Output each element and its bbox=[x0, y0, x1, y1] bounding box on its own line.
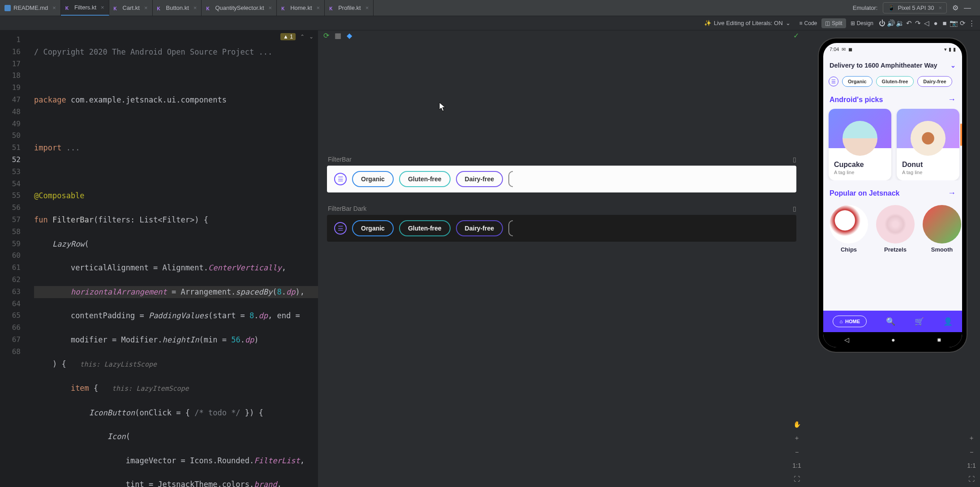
phone-screen[interactable]: 7:04 ✉ ◼ ▾ ▮ ▮ Delivery to 1600 Amphithe… bbox=[823, 43, 962, 347]
chip-organic[interactable]: Organic bbox=[352, 220, 394, 236]
chip-dairy-free[interactable]: Dairy-free bbox=[456, 220, 503, 236]
snack-image bbox=[876, 205, 915, 244]
delivery-address[interactable]: Delivery to 1600 Amphitheater Way ⌄ bbox=[823, 56, 962, 75]
picks-cards-row[interactable]: Cupcake A tag line Donut A tag line bbox=[823, 109, 962, 180]
popular-item-chips[interactable]: Chips bbox=[830, 205, 868, 253]
popular-item-pretzels[interactable]: Pretzels bbox=[876, 205, 915, 253]
signal-icon: ▮ bbox=[949, 47, 951, 52]
phone-filter-bar[interactable]: ☰ Organic Gluten-free Dairy-free bbox=[823, 75, 962, 91]
record-icon[interactable]: ⟳ bbox=[959, 19, 967, 27]
close-icon[interactable]: × bbox=[52, 4, 56, 11]
pan-icon[interactable]: ✋ bbox=[792, 421, 802, 428]
close-icon[interactable]: × bbox=[101, 4, 104, 11]
filter-list-icon[interactable]: ☰ bbox=[829, 77, 838, 86]
mode-code[interactable]: ≡Code bbox=[796, 18, 821, 28]
more-icon[interactable]: ⋮ bbox=[967, 19, 976, 27]
status-ok-icon: ✓ bbox=[793, 31, 799, 40]
zoom-fit-icon[interactable]: ⛶ bbox=[792, 475, 802, 483]
message-icon: ✉ bbox=[842, 47, 846, 52]
power-icon[interactable]: ⏻ bbox=[878, 19, 886, 27]
tab-filters[interactable]: Filters.kt × bbox=[61, 0, 109, 16]
snack-card-donut[interactable]: Donut A tag line bbox=[897, 109, 959, 180]
back-icon[interactable]: ◁ bbox=[923, 19, 931, 27]
zoom-out-icon[interactable]: − bbox=[967, 449, 976, 456]
zoom-ratio[interactable]: 1:1 bbox=[967, 462, 976, 469]
compose-layers-icon[interactable]: ◆ bbox=[347, 31, 352, 40]
close-icon[interactable]: × bbox=[317, 4, 320, 11]
tab-quantity-selector[interactable]: QuantitySelector.kt × bbox=[202, 0, 277, 16]
chip-gluten-free[interactable]: Gluten-free bbox=[876, 76, 914, 87]
filter-bar-preview-dark[interactable]: ☰ Organic Gluten-free Dairy-free bbox=[327, 215, 796, 242]
screenshot-icon[interactable]: 📷 bbox=[950, 19, 958, 27]
sys-home-icon[interactable]: ● bbox=[891, 336, 895, 343]
close-icon[interactable]: × bbox=[193, 4, 197, 11]
battery-icon: ▮ bbox=[953, 47, 956, 52]
close-icon[interactable]: × bbox=[144, 4, 148, 11]
close-icon[interactable]: × bbox=[365, 4, 369, 11]
sys-back-icon[interactable]: ◁ bbox=[844, 336, 849, 343]
mode-split[interactable]: ◫Split bbox=[821, 18, 846, 28]
bottom-nav: ⌂ HOME 🔍 🛒 👤 bbox=[823, 311, 962, 332]
chip-dairy-free[interactable]: Dairy-free bbox=[456, 171, 503, 187]
snack-card-cupcake[interactable]: Cupcake A tag line bbox=[829, 109, 891, 180]
chip-dairy-free[interactable]: Dairy-free bbox=[917, 76, 952, 87]
close-icon[interactable]: × bbox=[938, 4, 942, 11]
chevron-down-icon[interactable]: ⌄ bbox=[950, 62, 956, 69]
warning-badge[interactable]: ▲ 1 bbox=[280, 33, 296, 40]
sys-overview-icon[interactable]: ■ bbox=[937, 336, 941, 343]
close-icon[interactable]: × bbox=[269, 4, 272, 11]
device-name: Pixel 5 API 30 bbox=[898, 4, 934, 11]
tab-profile[interactable]: Profile.kt × bbox=[325, 0, 374, 16]
gear-icon[interactable]: ⚙ bbox=[952, 4, 959, 12]
preview-label-dark: FilterBar Dark ▯ bbox=[328, 205, 796, 212]
rotate-right-icon[interactable]: ↷ bbox=[914, 19, 922, 27]
mode-design[interactable]: ⊞Design bbox=[847, 18, 877, 28]
home-icon[interactable]: ● bbox=[932, 19, 940, 27]
chip-gluten-free[interactable]: Gluten-free bbox=[399, 171, 451, 187]
nav-home[interactable]: ⌂ HOME bbox=[833, 316, 867, 327]
chevron-up-icon[interactable]: ⌃ bbox=[300, 34, 305, 40]
filter-bar-preview-light[interactable]: ☰ Organic Gluten-free Dairy-free bbox=[327, 166, 796, 192]
rotate-left-icon[interactable]: ↶ bbox=[905, 19, 913, 27]
refresh-icon[interactable]: ⟳ bbox=[323, 31, 329, 40]
filter-list-icon[interactable]: ☰ bbox=[334, 222, 347, 235]
volume-down-icon[interactable]: 🔉 bbox=[896, 19, 904, 27]
scroll-indicator bbox=[960, 124, 962, 146]
snack-image bbox=[830, 205, 868, 244]
arrow-right-icon[interactable]: → bbox=[948, 95, 956, 104]
kotlin-file-icon bbox=[65, 4, 72, 11]
popular-item-smoothie[interactable]: Smooth bbox=[923, 205, 961, 253]
device-frame-icon[interactable]: ▯ bbox=[793, 205, 796, 212]
tab-label: Home.kt bbox=[290, 4, 312, 11]
zoom-ratio[interactable]: 1:1 bbox=[792, 462, 802, 469]
arrow-right-icon[interactable]: → bbox=[948, 188, 956, 198]
mouse-cursor-icon bbox=[439, 102, 446, 114]
zoom-in-icon[interactable]: ＋ bbox=[792, 434, 802, 442]
chip-organic[interactable]: Organic bbox=[352, 171, 394, 187]
device-frame-icon[interactable]: ▯ bbox=[793, 156, 796, 163]
nav-search-icon[interactable]: 🔍 bbox=[886, 317, 895, 326]
popular-row[interactable]: Chips Pretzels Smooth bbox=[823, 202, 962, 253]
chip-gluten-free[interactable]: Gluten-free bbox=[399, 220, 451, 236]
nav-cart-icon[interactable]: 🛒 bbox=[915, 317, 924, 326]
tab-cart[interactable]: Cart.kt × bbox=[109, 0, 153, 16]
zoom-in-icon[interactable]: ＋ bbox=[967, 434, 976, 442]
zoom-out-icon[interactable]: − bbox=[792, 449, 802, 456]
chip-organic[interactable]: Organic bbox=[842, 76, 873, 87]
minimize-icon[interactable]: — bbox=[964, 4, 971, 12]
interactive-icon[interactable]: ▦ bbox=[335, 31, 341, 40]
code-editor[interactable]: / Copyright 2020 The Android Open Source… bbox=[25, 30, 318, 487]
zoom-fit-icon[interactable]: ⛶ bbox=[967, 475, 976, 483]
nav-profile-icon[interactable]: 👤 bbox=[943, 317, 953, 326]
device-frame: 7:04 ✉ ◼ ▾ ▮ ▮ Delivery to 1600 Amphithe… bbox=[819, 38, 967, 352]
overview-icon[interactable]: ■ bbox=[941, 19, 949, 27]
tab-button[interactable]: Button.kt × bbox=[153, 0, 202, 16]
device-selector[interactable]: 📱 Pixel 5 API 30 × bbox=[883, 2, 947, 13]
tab-readme[interactable]: README.md × bbox=[0, 0, 61, 16]
volume-up-icon[interactable]: 🔊 bbox=[887, 19, 895, 27]
snack-image bbox=[911, 121, 946, 156]
chevron-down-icon[interactable]: ⌄ bbox=[309, 34, 314, 40]
live-editing-indicator[interactable]: ✨ Live Editing of Literals: ON ⌄ bbox=[704, 20, 791, 26]
filter-list-icon[interactable]: ☰ bbox=[334, 173, 347, 185]
tab-home[interactable]: Home.kt × bbox=[277, 0, 325, 16]
